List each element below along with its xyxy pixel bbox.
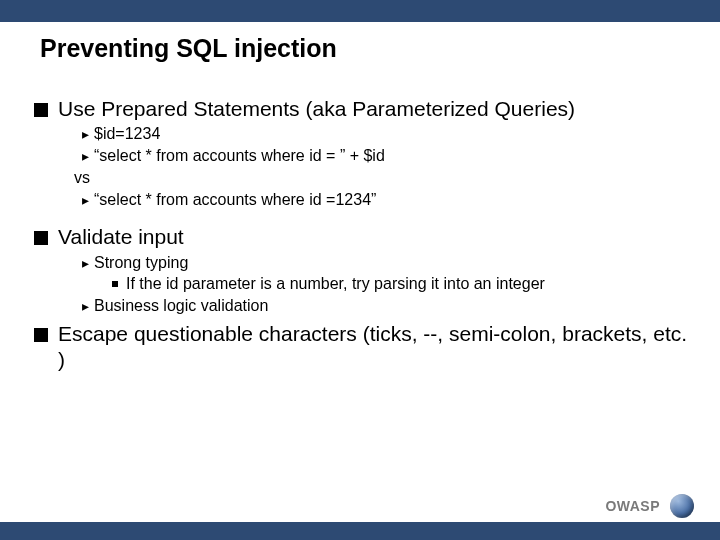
arrow-bullet-icon: ▸ — [82, 255, 89, 271]
sub-block-validate: ▸ Strong typing If the id parameter is a… — [82, 253, 690, 317]
square-bullet-icon — [34, 328, 48, 342]
slide-title: Preventing SQL injection — [40, 34, 337, 63]
top-accent-bar — [0, 0, 720, 22]
arrow-bullet-icon: ▸ — [82, 192, 89, 208]
arrow-bullet-icon: ▸ — [82, 126, 89, 142]
bullet-prepared-statements: Use Prepared Statements (aka Parameteriz… — [34, 96, 690, 122]
arrow-bullet-icon: ▸ — [82, 298, 89, 314]
sub-item: ▸ $id=1234 — [82, 124, 690, 145]
square-bullet-icon — [34, 103, 48, 117]
sub-text: Business logic validation — [94, 296, 268, 317]
sub-item: ▸ Business logic validation — [82, 296, 690, 317]
bullet-text: Use Prepared Statements (aka Parameteriz… — [58, 96, 575, 122]
owasp-globe-icon — [670, 494, 694, 518]
bullet-text: Escape questionable characters (ticks, -… — [58, 321, 690, 374]
sub-text: “select * from accounts where id =1234” — [94, 190, 376, 211]
footer-brand: OWASP — [605, 498, 660, 514]
sub-item: ▸ Strong typing — [82, 253, 690, 274]
sub-text: $id=1234 — [94, 124, 160, 145]
arrow-bullet-icon: ▸ — [82, 148, 89, 164]
sub-item: ▸ “select * from accounts where id =1234… — [82, 190, 690, 211]
sub-text: “select * from accounts where id = ” + $… — [94, 146, 385, 167]
sub-sub-item: If the id parameter is a number, try par… — [112, 274, 690, 295]
sub-block-prepared: ▸ $id=1234 ▸ “select * from accounts whe… — [82, 124, 690, 210]
sub-item: ▸ “select * from accounts where id = ” +… — [82, 146, 690, 167]
bullet-validate-input: Validate input — [34, 224, 690, 250]
sub-vs-label: vs — [74, 168, 690, 189]
sub-text: Strong typing — [94, 253, 188, 274]
small-square-bullet-icon — [112, 281, 118, 287]
square-bullet-icon — [34, 231, 48, 245]
bullet-text: Validate input — [58, 224, 184, 250]
sub-sub-text: If the id parameter is a number, try par… — [126, 274, 545, 295]
slide-content: Use Prepared Statements (aka Parameteriz… — [34, 90, 690, 376]
bullet-escape-chars: Escape questionable characters (ticks, -… — [34, 321, 690, 374]
bottom-accent-bar — [0, 522, 720, 540]
